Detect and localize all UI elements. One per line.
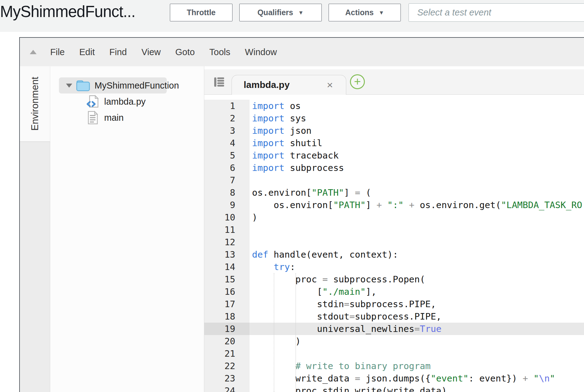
menubar-item-find[interactable]: Find <box>109 47 127 57</box>
code-text: universal_newlines=True <box>250 323 441 335</box>
line-number: 19 <box>204 323 250 335</box>
code-line-14[interactable]: 14 try: <box>204 261 584 273</box>
code-line-11[interactable]: 11 <box>204 224 584 236</box>
line-number: 21 <box>204 347 250 360</box>
line-number: 13 <box>204 248 250 261</box>
qualifiers-button-label: Qualifiers <box>257 8 293 17</box>
line-number: 14 <box>204 261 250 273</box>
line-number: 10 <box>204 211 250 224</box>
code-line-12[interactable]: 12 <box>204 236 584 248</box>
console-header: MyShimmedFunct... Throttle Qualifiers ▼ … <box>0 0 584 32</box>
code-line-18[interactable]: 18 stdout=subprocess.PIPE, <box>204 310 584 323</box>
folder-expand-caret-icon[interactable] <box>66 84 72 88</box>
code-line-21[interactable]: 21 <box>204 347 584 360</box>
file-name: main <box>104 113 124 123</box>
code-text: import json <box>250 124 312 137</box>
code-text <box>250 174 252 186</box>
line-number: 4 <box>204 137 250 149</box>
code-line-23[interactable]: 23 write_data = json.dumps({"event": eve… <box>204 372 584 385</box>
qualifiers-dropdown-button[interactable]: Qualifiers ▼ <box>239 4 322 21</box>
code-line-15[interactable]: 15 proc = subprocess.Popen( <box>204 273 584 285</box>
code-text <box>250 224 252 236</box>
line-number: 7 <box>204 174 250 186</box>
code-line-5[interactable]: 5import traceback <box>204 149 584 162</box>
menubar-item-tools[interactable]: Tools <box>209 47 230 57</box>
test-event-placeholder: Select a test event <box>417 7 491 18</box>
code-line-19[interactable]: 19 universal_newlines=True <box>204 323 584 335</box>
code-line-16[interactable]: 16 ["./main"], <box>204 285 584 298</box>
actions-dropdown-button[interactable]: Actions ▼ <box>329 4 401 21</box>
menubar-item-edit[interactable]: Edit <box>79 47 95 57</box>
code-text: import os <box>250 100 301 112</box>
environment-tab[interactable]: Environment <box>20 66 50 142</box>
code-text: import shutil <box>250 137 322 149</box>
code-text: import sys <box>250 112 306 124</box>
code-text: os.environ["PATH"] = ( <box>250 186 371 199</box>
line-number: 3 <box>204 124 250 137</box>
code-line-7[interactable]: 7 <box>204 174 584 186</box>
folder-icon <box>76 79 90 92</box>
code-text: import subprocess <box>250 162 344 174</box>
test-event-select[interactable]: Select a test event <box>409 3 584 22</box>
line-number: 11 <box>204 224 250 236</box>
code-line-8[interactable]: 8os.environ["PATH"] = ( <box>204 186 584 199</box>
file-tree: MyShimmedFunction lambda.py <box>50 66 204 392</box>
code-text: # write to binary program <box>250 360 431 372</box>
collapse-menubar-icon[interactable] <box>30 50 37 54</box>
actions-button-label: Actions <box>345 8 374 17</box>
cloud9-editor-panel: File Edit Find View Goto Tools Window En… <box>19 37 584 392</box>
code-line-24[interactable]: 24 proc.stdin.write(write_data) <box>204 385 584 392</box>
code-line-6[interactable]: 6import subprocess <box>204 162 584 174</box>
code-line-10[interactable]: 10) <box>204 211 584 224</box>
code-line-13[interactable]: 13def handle(event, context): <box>204 248 584 261</box>
code-line-3[interactable]: 3import json <box>204 124 584 137</box>
code-line-4[interactable]: 4import shutil <box>204 137 584 149</box>
menubar-item-window[interactable]: Window <box>245 47 277 57</box>
indent-guide <box>274 273 274 392</box>
line-number: 15 <box>204 273 250 285</box>
code-line-22[interactable]: 22 # write to binary program <box>204 360 584 372</box>
code-line-9[interactable]: 9 os.environ["PATH"] + ":" + os.environ.… <box>204 199 584 211</box>
code-text: ) <box>250 211 257 224</box>
throttle-button[interactable]: Throttle <box>170 4 232 21</box>
code-text: os.environ["PATH"] + ":" + os.environ.ge… <box>250 199 582 211</box>
code-line-20[interactable]: 20 ) <box>204 335 584 347</box>
code-text: proc = subprocess.Popen( <box>250 273 425 285</box>
tree-row-lambda-py[interactable]: lambda.py <box>50 94 204 110</box>
code-text: import traceback <box>250 149 338 162</box>
line-number: 17 <box>204 298 250 310</box>
code-text: stdin=subprocess.PIPE, <box>250 298 436 310</box>
close-tab-icon[interactable]: × <box>327 79 333 91</box>
code-text <box>250 236 252 248</box>
tree-row-folder[interactable]: MyShimmedFunction <box>50 77 204 94</box>
environment-strip: Environment <box>20 66 50 392</box>
throttle-button-label: Throttle <box>187 8 215 17</box>
folder-name: MyShimmedFunction <box>95 81 179 91</box>
code-text: try: <box>250 261 295 273</box>
caret-down-icon: ▼ <box>298 10 304 16</box>
line-number: 20 <box>204 335 250 347</box>
line-number: 16 <box>204 285 250 298</box>
editor-body: Environment MyShimmedFunction <box>20 66 584 392</box>
menubar-item-file[interactable]: File <box>50 47 65 57</box>
tab-lambda-py[interactable]: lambda.py × <box>232 75 346 95</box>
line-number: 9 <box>204 199 250 211</box>
code-line-1[interactable]: 1import os <box>204 100 584 112</box>
line-number: 24 <box>204 385 250 392</box>
code-area[interactable]: 1import os2import sys3import json4import… <box>204 95 584 392</box>
code-text: def handle(event, context): <box>250 248 398 261</box>
function-name-title: MyShimmedFunct... <box>0 2 135 21</box>
code-text: proc.stdin.write(write_data) <box>250 385 447 392</box>
menubar-item-view[interactable]: View <box>141 47 161 57</box>
text-file-icon <box>86 111 100 124</box>
code-line-17[interactable]: 17 stdin=subprocess.PIPE, <box>204 298 584 310</box>
file-name: lambda.py <box>104 97 146 107</box>
line-number: 5 <box>204 149 250 162</box>
tab-list-icon[interactable] <box>213 76 225 89</box>
new-tab-plus-icon[interactable]: + <box>350 74 365 89</box>
line-number: 2 <box>204 112 250 124</box>
code-line-2[interactable]: 2import sys <box>204 112 584 124</box>
menubar-item-goto[interactable]: Goto <box>175 47 195 57</box>
line-number: 6 <box>204 162 250 174</box>
tree-row-main[interactable]: main <box>50 110 204 126</box>
